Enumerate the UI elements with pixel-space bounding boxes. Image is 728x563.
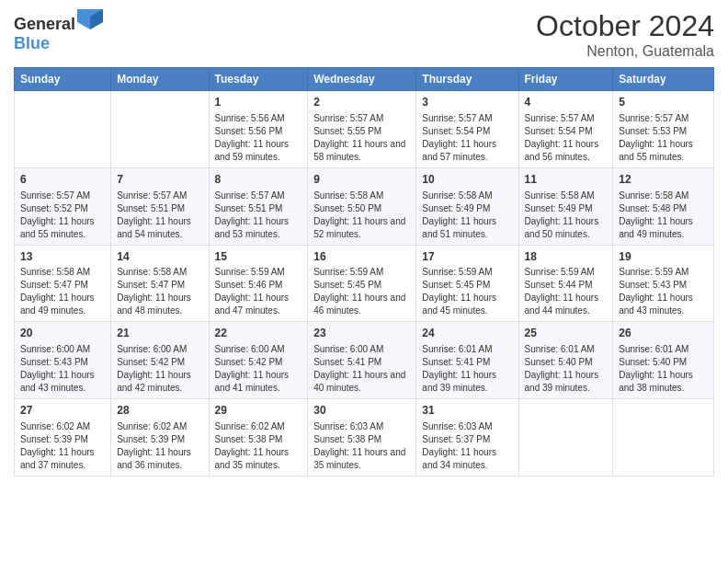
cell-content: Sunrise: 5:57 AMSunset: 5:54 PMDaylight:… bbox=[525, 112, 608, 164]
day-number: 10 bbox=[422, 172, 512, 188]
day-number: 6 bbox=[20, 172, 105, 188]
calendar-cell: 30Sunrise: 6:03 AMSunset: 5:38 PMDayligh… bbox=[308, 399, 416, 477]
day-number: 18 bbox=[525, 249, 608, 265]
day-number: 9 bbox=[313, 172, 410, 188]
day-number: 7 bbox=[117, 172, 202, 188]
calendar-cell: 16Sunrise: 5:59 AMSunset: 5:45 PMDayligh… bbox=[308, 245, 416, 322]
day-number: 25 bbox=[525, 326, 608, 341]
calendar-week-row: 27Sunrise: 6:02 AMSunset: 5:39 PMDayligh… bbox=[15, 399, 714, 477]
cell-content: Sunrise: 6:00 AMSunset: 5:42 PMDaylight:… bbox=[215, 343, 302, 395]
calendar-cell: 7Sunrise: 5:57 AMSunset: 5:51 PMDaylight… bbox=[111, 167, 209, 245]
logo-blue: Blue bbox=[14, 34, 50, 52]
day-number: 14 bbox=[117, 249, 202, 265]
cell-content: Sunrise: 5:58 AMSunset: 5:48 PMDaylight:… bbox=[619, 190, 708, 241]
day-number: 4 bbox=[525, 95, 608, 110]
cell-content: Sunrise: 6:00 AMSunset: 5:41 PMDaylight:… bbox=[313, 343, 410, 395]
calendar-cell: 15Sunrise: 5:59 AMSunset: 5:46 PMDayligh… bbox=[209, 245, 308, 322]
cell-content: Sunrise: 6:00 AMSunset: 5:43 PMDaylight:… bbox=[20, 343, 105, 395]
calendar-cell: 14Sunrise: 5:58 AMSunset: 5:47 PMDayligh… bbox=[111, 245, 209, 322]
cell-content: Sunrise: 5:58 AMSunset: 5:47 PMDaylight:… bbox=[117, 266, 202, 317]
logo-icon bbox=[77, 9, 103, 29]
cell-content: Sunrise: 5:57 AMSunset: 5:52 PMDaylight:… bbox=[20, 190, 105, 241]
cell-content: Sunrise: 5:59 AMSunset: 5:45 PMDaylight:… bbox=[313, 266, 410, 317]
calendar-cell: 26Sunrise: 6:01 AMSunset: 5:40 PMDayligh… bbox=[613, 322, 714, 399]
cell-content: Sunrise: 6:02 AMSunset: 5:39 PMDaylight:… bbox=[117, 420, 202, 472]
cell-content: Sunrise: 5:58 AMSunset: 5:47 PMDaylight:… bbox=[20, 266, 105, 317]
calendar-cell: 27Sunrise: 6:02 AMSunset: 5:39 PMDayligh… bbox=[15, 399, 111, 477]
location: Nenton, Guatemala bbox=[536, 43, 714, 60]
calendar-cell: 10Sunrise: 5:58 AMSunset: 5:49 PMDayligh… bbox=[416, 167, 518, 245]
cell-content: Sunrise: 6:01 AMSunset: 5:40 PMDaylight:… bbox=[525, 343, 608, 395]
header: General Blue October 2024 Nenton, Guatem… bbox=[14, 9, 714, 60]
page-container: General Blue October 2024 Nenton, Guatem… bbox=[0, 0, 728, 486]
calendar-cell: 6Sunrise: 5:57 AMSunset: 5:52 PMDaylight… bbox=[15, 167, 111, 245]
cell-content: Sunrise: 5:57 AMSunset: 5:55 PMDaylight:… bbox=[313, 112, 410, 164]
calendar-cell: 21Sunrise: 6:00 AMSunset: 5:42 PMDayligh… bbox=[111, 322, 209, 399]
day-number: 16 bbox=[313, 249, 410, 265]
day-number: 5 bbox=[619, 95, 708, 110]
day-number: 17 bbox=[422, 249, 512, 265]
calendar-week-row: 13Sunrise: 5:58 AMSunset: 5:47 PMDayligh… bbox=[15, 245, 714, 322]
logo-general: General bbox=[14, 15, 75, 33]
day-header: Friday bbox=[518, 68, 613, 91]
calendar-cell: 5Sunrise: 5:57 AMSunset: 5:53 PMDaylight… bbox=[613, 91, 714, 168]
day-header: Wednesday bbox=[308, 68, 416, 91]
cell-content: Sunrise: 5:57 AMSunset: 5:54 PMDaylight:… bbox=[422, 112, 512, 164]
calendar-week-row: 20Sunrise: 6:00 AMSunset: 5:43 PMDayligh… bbox=[15, 322, 714, 399]
calendar-cell bbox=[111, 91, 209, 168]
month-title: October 2024 bbox=[536, 9, 714, 43]
day-header: Saturday bbox=[613, 68, 714, 91]
day-number: 20 bbox=[20, 326, 105, 341]
day-header: Monday bbox=[111, 68, 209, 91]
day-number: 24 bbox=[422, 326, 512, 341]
day-number: 26 bbox=[619, 326, 708, 341]
day-number: 13 bbox=[20, 249, 105, 265]
day-number: 2 bbox=[313, 95, 410, 110]
cell-content: Sunrise: 6:01 AMSunset: 5:40 PMDaylight:… bbox=[619, 343, 708, 395]
calendar-cell: 18Sunrise: 5:59 AMSunset: 5:44 PMDayligh… bbox=[518, 245, 613, 322]
cell-content: Sunrise: 5:59 AMSunset: 5:45 PMDaylight:… bbox=[422, 266, 512, 317]
cell-content: Sunrise: 5:58 AMSunset: 5:50 PMDaylight:… bbox=[313, 190, 410, 241]
calendar-cell: 19Sunrise: 5:59 AMSunset: 5:43 PMDayligh… bbox=[613, 245, 714, 322]
cell-content: Sunrise: 5:57 AMSunset: 5:51 PMDaylight:… bbox=[215, 190, 302, 241]
day-number: 1 bbox=[215, 95, 302, 110]
calendar-cell: 23Sunrise: 6:00 AMSunset: 5:41 PMDayligh… bbox=[308, 322, 416, 399]
cell-content: Sunrise: 5:56 AMSunset: 5:56 PMDaylight:… bbox=[215, 112, 302, 164]
calendar-cell: 20Sunrise: 6:00 AMSunset: 5:43 PMDayligh… bbox=[15, 322, 111, 399]
cell-content: Sunrise: 5:59 AMSunset: 5:43 PMDaylight:… bbox=[619, 266, 708, 317]
calendar-cell: 31Sunrise: 6:03 AMSunset: 5:37 PMDayligh… bbox=[416, 399, 518, 477]
day-number: 31 bbox=[422, 403, 512, 419]
cell-content: Sunrise: 6:00 AMSunset: 5:42 PMDaylight:… bbox=[117, 343, 202, 395]
calendar-cell: 2Sunrise: 5:57 AMSunset: 5:55 PMDaylight… bbox=[308, 91, 416, 168]
title-area: October 2024 Nenton, Guatemala bbox=[536, 9, 714, 60]
calendar-table: SundayMondayTuesdayWednesdayThursdayFrid… bbox=[14, 67, 714, 477]
day-number: 19 bbox=[619, 249, 708, 265]
calendar-cell bbox=[518, 399, 613, 477]
calendar-cell: 12Sunrise: 5:58 AMSunset: 5:48 PMDayligh… bbox=[613, 167, 714, 245]
day-number: 22 bbox=[215, 326, 302, 341]
cell-content: Sunrise: 5:59 AMSunset: 5:44 PMDaylight:… bbox=[525, 266, 608, 317]
day-number: 8 bbox=[215, 172, 302, 188]
day-number: 27 bbox=[20, 403, 105, 419]
cell-content: Sunrise: 6:01 AMSunset: 5:41 PMDaylight:… bbox=[422, 343, 512, 395]
calendar-cell bbox=[613, 399, 714, 477]
day-header: Thursday bbox=[416, 68, 518, 91]
calendar-cell: 11Sunrise: 5:58 AMSunset: 5:49 PMDayligh… bbox=[518, 167, 613, 245]
calendar-cell: 8Sunrise: 5:57 AMSunset: 5:51 PMDaylight… bbox=[209, 167, 308, 245]
cell-content: Sunrise: 5:57 AMSunset: 5:51 PMDaylight:… bbox=[117, 190, 202, 241]
calendar-cell: 1Sunrise: 5:56 AMSunset: 5:56 PMDaylight… bbox=[209, 91, 308, 168]
cell-content: Sunrise: 6:03 AMSunset: 5:38 PMDaylight:… bbox=[313, 420, 410, 472]
day-header: Sunday bbox=[15, 68, 111, 91]
day-number: 15 bbox=[215, 249, 302, 265]
day-number: 12 bbox=[619, 172, 708, 188]
cell-content: Sunrise: 5:58 AMSunset: 5:49 PMDaylight:… bbox=[422, 190, 512, 241]
calendar-cell: 29Sunrise: 6:02 AMSunset: 5:38 PMDayligh… bbox=[209, 399, 308, 477]
cell-content: Sunrise: 5:57 AMSunset: 5:53 PMDaylight:… bbox=[619, 112, 708, 164]
calendar-cell: 3Sunrise: 5:57 AMSunset: 5:54 PMDaylight… bbox=[416, 91, 518, 168]
calendar-cell: 25Sunrise: 6:01 AMSunset: 5:40 PMDayligh… bbox=[518, 322, 613, 399]
calendar-cell: 24Sunrise: 6:01 AMSunset: 5:41 PMDayligh… bbox=[416, 322, 518, 399]
day-number: 3 bbox=[422, 95, 512, 110]
calendar-cell: 13Sunrise: 5:58 AMSunset: 5:47 PMDayligh… bbox=[15, 245, 111, 322]
cell-content: Sunrise: 6:02 AMSunset: 5:39 PMDaylight:… bbox=[20, 420, 105, 472]
day-number: 30 bbox=[313, 403, 410, 419]
